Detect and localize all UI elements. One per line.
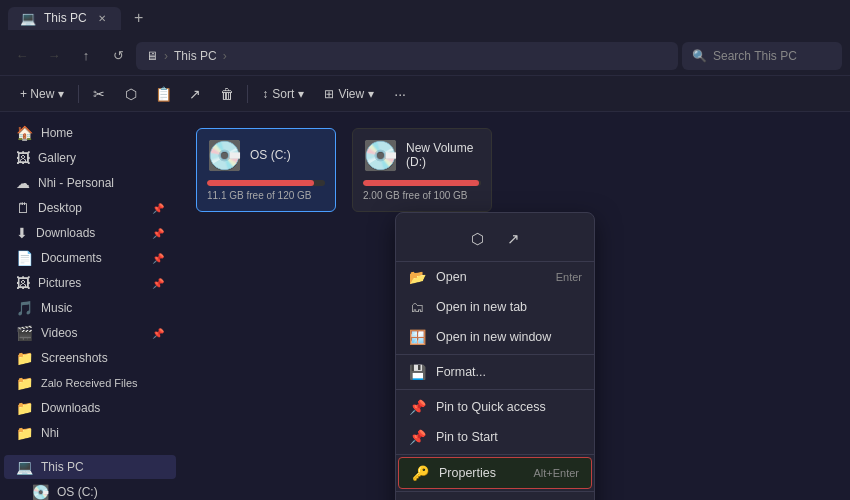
search-placeholder: Search This PC <box>713 49 797 63</box>
nav-bar: ← → ↑ ↺ 🖥 › This PC › 🔍 Search This PC <box>0 36 850 76</box>
folder-icon: 📁 <box>16 375 33 391</box>
ctx-item-open[interactable]: 📂 Open Enter <box>396 262 594 292</box>
ctx-copy-button[interactable]: ⬡ <box>461 223 493 255</box>
ctx-format-label: Format... <box>436 365 486 379</box>
context-menu: ⬡ ↗ 📂 Open Enter 🗂 Open in new tab 🪟 Ope… <box>395 212 595 500</box>
sidebar-item-label: Zalo Received Files <box>41 377 138 389</box>
sidebar-item-label: Downloads <box>36 226 95 240</box>
ctx-item-show-more[interactable]: ⋯ Show more options <box>396 494 594 500</box>
ctx-item-open-new-window[interactable]: 🪟 Open in new window <box>396 322 594 352</box>
ctx-item-pin-start[interactable]: 📌 Pin to Start <box>396 422 594 452</box>
ctx-pin-start-icon: 📌 <box>408 429 426 445</box>
drive-icon: 💽 <box>32 484 49 500</box>
ctx-format-icon: 💾 <box>408 364 426 380</box>
ctx-share-button[interactable]: ↗ <box>497 223 529 255</box>
music-icon: 🎵 <box>16 300 33 316</box>
ctx-separator-3 <box>396 454 594 455</box>
ctx-properties-shortcut: Alt+Enter <box>533 467 579 479</box>
sidebar-item-pictures[interactable]: 🖼 Pictures 📌 <box>4 271 176 295</box>
ctx-properties-icon: 🔑 <box>411 465 429 481</box>
sidebar-item-downloads2[interactable]: 📁 Downloads <box>4 396 176 420</box>
more-button[interactable]: ··· <box>386 81 414 107</box>
ctx-pin-start-label: Pin to Start <box>436 430 498 444</box>
view-button[interactable]: ⊞ View ▾ <box>316 81 382 107</box>
folder-icon: 📁 <box>16 350 33 366</box>
pin-icon: 📌 <box>152 253 164 264</box>
sidebar-item-home[interactable]: 🏠 Home <box>4 121 176 145</box>
delete-button[interactable]: 🗑 <box>213 81 241 107</box>
sidebar-item-label: Documents <box>41 251 102 265</box>
view-icon: ⊞ <box>324 87 334 101</box>
view-chevron: ▾ <box>368 87 374 101</box>
sidebar-item-videos[interactable]: 🎬 Videos 📌 <box>4 321 176 345</box>
ctx-separator-4 <box>396 491 594 492</box>
sidebar-item-zalo[interactable]: 📁 Zalo Received Files <box>4 371 176 395</box>
toolbar: + New ▾ ✂ ⬡ 📋 ↗ 🗑 ↕ Sort ▾ ⊞ View ▾ ··· <box>0 76 850 112</box>
main-content: 🏠 Home 🖼 Gallery ☁ Nhi - Personal 🗒 Desk… <box>0 112 850 500</box>
sidebar-item-desktop[interactable]: 🗒 Desktop 📌 <box>4 196 176 220</box>
monitor-icon: 🖥 <box>146 49 158 63</box>
drive-icon-d: 💽 <box>363 139 398 172</box>
sidebar-item-nhi[interactable]: 📁 Nhi <box>4 421 176 445</box>
drive-name-d: New Volume (D:) <box>406 141 481 169</box>
sidebar-item-gallery[interactable]: 🖼 Gallery <box>4 146 176 170</box>
title-bar-left: 💻 This PC ✕ + <box>8 4 153 32</box>
sort-button[interactable]: ↕ Sort ▾ <box>254 81 312 107</box>
sidebar-item-label: Music <box>41 301 72 315</box>
new-tab-button[interactable]: + <box>125 4 153 32</box>
share-button[interactable]: ↗ <box>181 81 209 107</box>
copy-button[interactable]: ⬡ <box>117 81 145 107</box>
back-button[interactable]: ← <box>8 42 36 70</box>
folder-icon: 📁 <box>16 400 33 416</box>
address-bar[interactable]: 🖥 › This PC › <box>136 42 678 70</box>
paste-button[interactable]: 📋 <box>149 81 177 107</box>
ctx-item-properties[interactable]: 🔑 Properties Alt+Enter <box>398 457 592 489</box>
pictures-icon: 🖼 <box>16 275 30 291</box>
refresh-button[interactable]: ↺ <box>104 42 132 70</box>
sidebar-item-label: This PC <box>41 460 84 474</box>
sidebar-item-music[interactable]: 🎵 Music <box>4 296 176 320</box>
ctx-open-shortcut: Enter <box>556 271 582 283</box>
ctx-item-format[interactable]: 💾 Format... <box>396 357 594 387</box>
ctx-open-icon: 📂 <box>408 269 426 285</box>
content-area: 💽 OS (C:) 11.1 GB free of 120 GB 💽 New V… <box>180 112 850 500</box>
title-bar: 💻 This PC ✕ + <box>0 0 850 36</box>
cut-button[interactable]: ✂ <box>85 81 113 107</box>
drive-info-c: OS (C:) <box>250 148 291 164</box>
sidebar-item-screenshots[interactable]: 📁 Screenshots <box>4 346 176 370</box>
ctx-properties-label: Properties <box>439 466 496 480</box>
gallery-icon: 🖼 <box>16 150 30 166</box>
new-button[interactable]: + New ▾ <box>12 81 72 107</box>
up-button[interactable]: ↑ <box>72 42 100 70</box>
sidebar-item-documents[interactable]: 📄 Documents 📌 <box>4 246 176 270</box>
drive-free-space-c: 11.1 GB free of 120 GB <box>207 190 325 201</box>
sidebar-item-label: Nhi - Personal <box>38 176 114 190</box>
sort-icon: ↕ <box>262 87 268 101</box>
drive-item-c[interactable]: 💽 OS (C:) 11.1 GB free of 120 GB <box>196 128 336 212</box>
main-tab[interactable]: 💻 This PC ✕ <box>8 7 121 30</box>
ctx-item-open-new-tab[interactable]: 🗂 Open in new tab <box>396 292 594 322</box>
sort-label: Sort <box>272 87 294 101</box>
drive-item-d[interactable]: 💽 New Volume (D:) 2.00 GB free of 100 GB <box>352 128 492 212</box>
ctx-pin-quick-label: Pin to Quick access <box>436 400 546 414</box>
pin-icon: 📌 <box>152 328 164 339</box>
new-chevron: ▾ <box>58 87 64 101</box>
downloads-icon: ⬇ <box>16 225 28 241</box>
forward-button[interactable]: → <box>40 42 68 70</box>
tab-close-button[interactable]: ✕ <box>95 11 109 25</box>
sidebar-item-nhi-personal[interactable]: ☁ Nhi - Personal <box>4 171 176 195</box>
drive-header-c: 💽 OS (C:) <box>207 139 325 172</box>
sidebar-item-label: Pictures <box>38 276 81 290</box>
sidebar-item-label: Videos <box>41 326 77 340</box>
toolbar-separator-1 <box>78 85 79 103</box>
sidebar-item-downloads[interactable]: ⬇ Downloads 📌 <box>4 221 176 245</box>
search-icon: 🔍 <box>692 49 707 63</box>
sidebar-item-this-pc[interactable]: 💻 This PC <box>4 455 176 479</box>
sidebar-item-os-c[interactable]: 💽 OS (C:) <box>4 480 176 500</box>
sidebar-item-label: Home <box>41 126 73 140</box>
ctx-item-pin-quick[interactable]: 📌 Pin to Quick access <box>396 392 594 422</box>
address-text: This PC <box>174 49 217 63</box>
new-label: + New <box>20 87 54 101</box>
ctx-open-new-tab-label: Open in new tab <box>436 300 527 314</box>
search-bar[interactable]: 🔍 Search This PC <box>682 42 842 70</box>
